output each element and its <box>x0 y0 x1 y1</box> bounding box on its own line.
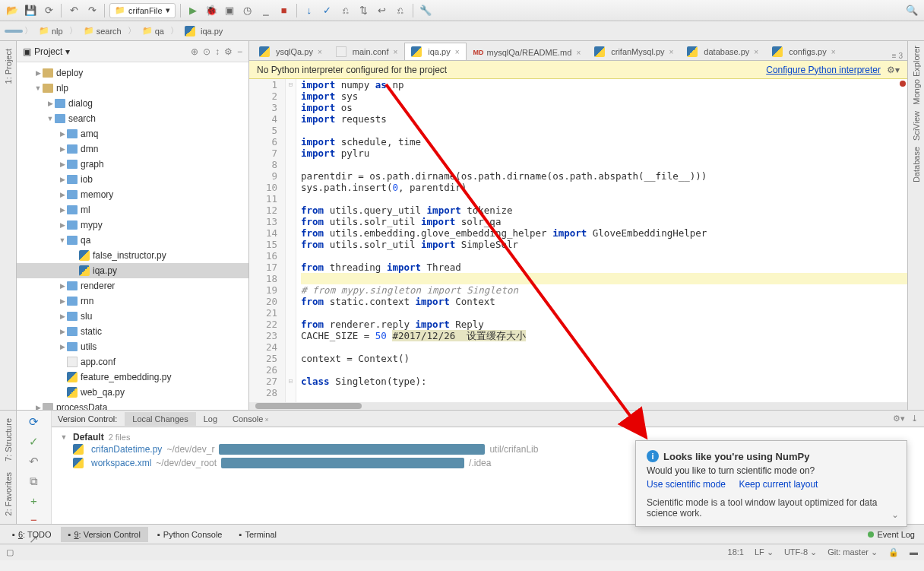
close-icon[interactable]: × <box>576 49 581 57</box>
tree-node[interactable]: false_instructor.py <box>17 248 248 263</box>
vcs-update-icon[interactable]: ↓ <box>302 3 317 18</box>
vcs-history-icon[interactable]: ⎌ <box>338 3 353 18</box>
refresh-icon[interactable]: ⟳ <box>41 3 56 18</box>
settings-icon[interactable]: 🔧 <box>418 3 433 18</box>
run-icon[interactable]: ▶ <box>185 3 201 18</box>
chevron-down-icon[interactable]: ⌄ <box>891 509 899 520</box>
tabs-overflow[interactable]: ≡ 3 <box>888 52 907 60</box>
editor-tab[interactable]: configs.py× <box>765 43 842 60</box>
code-text[interactable]: import numpy as npimport sysimport osimp… <box>296 79 907 402</box>
tree-node[interactable]: ▶dialog <box>17 96 248 111</box>
revert-icon[interactable]: ↶ <box>26 455 43 468</box>
close-icon[interactable]: × <box>831 48 836 56</box>
tree-node[interactable]: ▶graph <box>17 157 248 172</box>
project-tree[interactable]: ▶deploy▼nlp▶dialog▼search▶amq▶dmn▶graph▶… <box>17 62 248 410</box>
status-icon[interactable]: ▢ <box>6 547 14 557</box>
redo-icon[interactable]: ↷ <box>84 3 100 18</box>
close-icon[interactable]: × <box>754 48 758 56</box>
memory-icon[interactable]: ▬ <box>910 547 918 557</box>
vc-tab-local-changes[interactable]: Local Changes <box>125 412 195 426</box>
event-log-button[interactable]: Event Log <box>877 530 915 539</box>
download-icon[interactable]: ⤓ <box>911 414 918 423</box>
breadcrumb-root[interactable] <box>5 30 23 33</box>
close-icon[interactable]: × <box>264 416 268 423</box>
line-separator[interactable]: LF ⌄ <box>755 547 774 557</box>
git-branch[interactable]: Git: master ⌄ <box>827 547 878 557</box>
tree-node[interactable]: web_qa.py <box>17 385 248 400</box>
close-icon[interactable]: × <box>455 48 460 56</box>
gear-icon[interactable]: ⚙ <box>224 46 233 57</box>
run-config-dropdown[interactable]: 📁 crifanFile ▾ <box>109 3 176 18</box>
tree-node[interactable]: ▶processData <box>17 400 248 410</box>
cursor-position[interactable]: 18:1 <box>728 547 744 557</box>
tree-node[interactable]: ▶slu <box>17 309 248 324</box>
editor-tab[interactable]: database.py× <box>680 43 765 60</box>
editor-tab[interactable]: MDmysqlQa/README.md× <box>467 44 588 60</box>
changelist-icon[interactable]: + <box>26 494 43 507</box>
commit-icon[interactable]: ✓ <box>26 435 43 449</box>
vcs-push-icon[interactable]: ↩ <box>375 3 390 18</box>
project-panel-title[interactable]: ▣ Project ▾ <box>23 46 70 57</box>
breadcrumb-item[interactable]: 📁qa <box>138 24 169 37</box>
tree-node[interactable]: ▼search <box>17 111 248 126</box>
structure-tool-button[interactable]: 7: Structure <box>4 418 13 462</box>
tree-node[interactable]: ▶ml <box>17 202 248 217</box>
project-tool-button[interactable]: 1: Project <box>4 49 13 84</box>
save-icon[interactable]: 💾 <box>23 3 38 18</box>
breadcrumb-file[interactable]: iqa.py <box>180 24 227 38</box>
mongo-explorer-button[interactable]: Mongo Explorer <box>912 46 921 105</box>
bottom-tab[interactable]: ▪9: Version Control <box>61 527 148 542</box>
tree-node[interactable]: feature_embedding.py <box>17 370 248 385</box>
diff-icon[interactable]: ⧉ <box>26 474 43 488</box>
tree-node[interactable]: ▼nlp <box>17 81 248 96</box>
target-icon[interactable]: ⊙ <box>203 46 210 57</box>
tree-node[interactable]: ▶renderer <box>17 278 248 293</box>
bottom-tab[interactable]: ▪Terminal <box>231 527 283 542</box>
editor-tab[interactable]: iqa.py× <box>404 43 466 60</box>
editor-tab[interactable]: ysqlQa.py× <box>252 43 329 60</box>
editor-tab[interactable]: crifanMysql.py× <box>587 43 680 60</box>
use-scientific-mode-link[interactable]: Use scientific mode <box>647 479 726 490</box>
code-editor[interactable]: 1234567891011121314151617181920212223242… <box>249 79 907 402</box>
bottom-tab[interactable]: ▪6: TODO <box>5 527 59 542</box>
tree-node[interactable]: ▶mypy <box>17 217 248 233</box>
vc-tab-console[interactable]: Console× <box>225 412 277 426</box>
gear-icon[interactable]: ⚙▾ <box>893 414 905 423</box>
tree-node[interactable]: ▶utils <box>17 339 248 354</box>
tree-node[interactable]: ▶memory <box>17 187 248 202</box>
expand-icon[interactable]: ↕ <box>215 46 220 57</box>
collapse-icon[interactable]: ⊕ <box>191 46 198 57</box>
tree-node[interactable]: ▶amq <box>17 126 248 141</box>
concurrency-icon[interactable]: ⎯ <box>258 3 274 18</box>
debug-icon[interactable]: 🐞 <box>204 3 219 18</box>
tree-node[interactable]: app.conf <box>17 354 248 370</box>
breadcrumb-item[interactable]: 📁nlp <box>34 24 68 37</box>
coverage-icon[interactable]: ▣ <box>222 3 237 18</box>
tree-node[interactable]: ▶rnn <box>17 293 248 309</box>
tree-node[interactable]: ▶deploy <box>17 65 248 81</box>
favorites-tool-button[interactable]: 2: Favorites <box>4 472 13 515</box>
tree-node[interactable]: ▶iob <box>17 172 248 187</box>
lock-icon[interactable]: 🔒 <box>888 547 899 557</box>
profile-icon[interactable]: ◷ <box>240 3 255 18</box>
vcs-revert-icon[interactable]: ⇅ <box>356 3 372 18</box>
stop-icon[interactable]: ■ <box>277 3 292 18</box>
close-icon[interactable]: × <box>318 48 322 56</box>
gear-icon[interactable]: ⚙▾ <box>887 65 900 75</box>
keep-layout-link[interactable]: Keep current layout <box>739 479 818 490</box>
tree-node[interactable]: ▶dmn <box>17 141 248 157</box>
tree-node[interactable]: ▶static <box>17 324 248 339</box>
horizontal-scrollbar[interactable] <box>249 402 907 410</box>
configure-interpreter-link[interactable]: Configure Python interpreter <box>766 65 881 75</box>
encoding[interactable]: UTF-8 ⌄ <box>784 547 817 557</box>
error-stripe-icon[interactable] <box>900 81 906 87</box>
editor-tab[interactable]: main.conf× <box>329 43 405 60</box>
close-icon[interactable]: × <box>669 48 674 56</box>
vcs-branch-icon[interactable]: ⎌ <box>393 3 408 18</box>
tree-node[interactable]: iqa.py <box>17 263 248 278</box>
close-icon[interactable]: × <box>393 48 397 56</box>
open-icon[interactable]: 📂 <box>5 3 20 18</box>
undo-icon[interactable]: ↶ <box>66 3 81 18</box>
refresh-icon[interactable]: ⟳ <box>26 415 43 429</box>
breadcrumb-item[interactable]: 📁search <box>79 24 126 37</box>
